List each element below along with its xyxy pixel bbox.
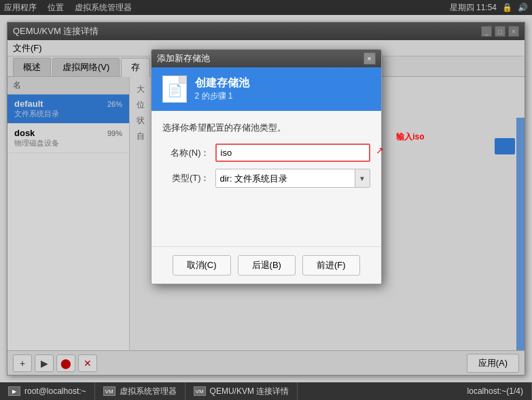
top-taskbar-right: 星期四 11:54 🔒 🔊 [450,2,528,14]
clock-display: 星期四 11:54 [450,2,497,14]
top-taskbar: 应用程序 位置 虚拟系统管理器 星期四 11:54 🔒 🔊 [0,0,532,15]
dialog-step-title: 创建存储池 [195,76,249,90]
qemu-status-icon: VM [194,386,206,396]
add-pool-dialog: 添加新存储池 × 📄 创建存储池 2 的步骤 1 选择你希望配置的存储池类型。 … [151,49,382,284]
status-item-terminal[interactable]: ▶ root@localhost:~ [0,382,95,400]
type-select[interactable]: dir: 文件系统目录 fs: 预格式化块设备 netfs: 网络导出目录 di… [216,171,355,186]
cancel-button[interactable]: 取消(C) [173,255,231,276]
dialog-title: 添加新存储池 [157,52,210,65]
dialog-instruction: 选择你希望配置的存储池类型。 [162,122,370,134]
dialog-body: 选择你希望配置的存储池类型。 名称(N)： 输入iso ↗ 类型(T)： dir… [152,111,381,246]
forward-button[interactable]: 前进(F) [302,255,360,276]
dialog-step-subtitle: 2 的步骤 1 [195,90,249,102]
dialog-header-panel: 📄 创建存储池 2 的步骤 1 [152,67,381,111]
dialog-close-button[interactable]: × [363,52,376,65]
storage-pool-icon: 📄 [162,76,187,103]
menu-virt[interactable]: 虚拟系统管理器 [75,2,132,14]
terminal-icon: ▶ [8,386,20,396]
chevron-down-icon: ▼ [355,169,370,187]
status-terminal-label: root@localhost:~ [24,386,86,396]
status-qemu-label: QEMU/KVM 连接详情 [210,386,289,397]
dialog-footer: 取消(C) 后退(B) 前进(F) [152,246,381,284]
lock-icon: 🔒 [502,3,512,12]
name-input[interactable] [215,144,370,162]
annotation-text: 输入iso [396,131,424,143]
menu-apps[interactable]: 应用程序 [4,2,37,14]
dialog-titlebar: 添加新存储池 × [152,50,381,67]
bottom-status-bar: ▶ root@localhost:~ VM 虚拟系统管理器 VM QEMU/KV… [0,382,532,400]
volume-icon: 🔊 [518,3,528,12]
status-right-info: localhost:~(1/4) [459,382,532,400]
form-row-name: 名称(N)： 输入iso ↗ [162,144,370,162]
back-button[interactable]: 后退(B) [238,255,296,276]
annotation-arrow: ↗ [376,145,384,156]
dialog-header-text: 创建存储池 2 的步骤 1 [195,76,249,102]
top-taskbar-left: 应用程序 位置 虚拟系统管理器 [4,2,132,14]
name-label: 名称(N)： [162,147,210,159]
status-item-qemu[interactable]: VM QEMU/KVM 连接详情 [185,382,298,400]
status-right-text: localhost:~(1/4) [467,386,523,396]
form-row-type: 类型(T)： dir: 文件系统目录 fs: 预格式化块设备 netfs: 网络… [162,169,370,188]
type-label: 类型(T)： [162,172,210,184]
menu-location[interactable]: 位置 [48,2,64,14]
status-virt-label: 虚拟系统管理器 [120,386,177,397]
virt-manager-icon: VM [103,386,116,396]
status-item-virt[interactable]: VM 虚拟系统管理器 [95,382,185,400]
main-window: QEMU/KVM 连接详情 _ □ × 文件(F) 概述 虚拟网络(V) 存 名 [0,15,532,382]
type-select-container: dir: 文件系统目录 fs: 预格式化块设备 netfs: 网络导出目录 di… [215,169,370,188]
